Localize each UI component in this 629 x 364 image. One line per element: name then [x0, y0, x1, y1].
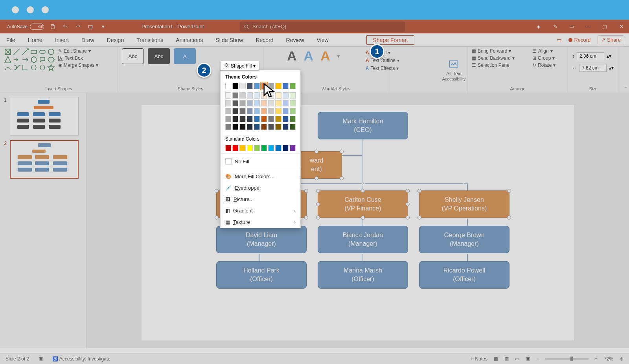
- zoom-in-icon[interactable]: +: [595, 356, 598, 362]
- rotate-handle-icon[interactable]: ↻: [360, 181, 366, 186]
- shape-width-input[interactable]: ↔7,62 cm▴▾: [572, 64, 615, 72]
- tab-design[interactable]: Design: [101, 33, 131, 46]
- theme-shade-swatch[interactable]: [225, 100, 231, 106]
- theme-shade-swatch[interactable]: [290, 124, 296, 130]
- standard-color-swatch[interactable]: [254, 145, 260, 151]
- text-box-button[interactable]: AText Box: [58, 55, 98, 61]
- wordart-thumb-2[interactable]: A: [304, 48, 314, 64]
- reading-view-icon[interactable]: ▭: [515, 356, 519, 362]
- undo-icon[interactable]: [61, 23, 69, 31]
- edit-shape-button[interactable]: ✎Edit Shape ▾: [58, 48, 98, 54]
- shapes-gallery[interactable]: [4, 48, 55, 71]
- record-button[interactable]: Record: [568, 37, 590, 43]
- tab-draw[interactable]: Draw: [75, 33, 101, 46]
- theme-shade-swatch[interactable]: [232, 92, 238, 99]
- theme-shade-swatch[interactable]: [225, 108, 231, 114]
- theme-shade-swatch[interactable]: [254, 108, 260, 114]
- redo-icon[interactable]: [74, 23, 82, 31]
- theme-shade-swatch[interactable]: [261, 124, 267, 130]
- slide-thumb-2[interactable]: 2: [4, 140, 82, 179]
- standard-color-swatch[interactable]: [247, 145, 253, 151]
- org-box-off-3[interactable]: Ricardo Powell(Officer): [419, 261, 509, 289]
- tab-shape-format[interactable]: Shape Format: [366, 35, 415, 45]
- gradient-option[interactable]: ◧Gradient›: [221, 205, 300, 216]
- theme-color-swatch[interactable]: [239, 83, 245, 89]
- theme-shade-swatch[interactable]: [283, 124, 289, 130]
- pen-icon[interactable]: ✎: [551, 23, 559, 31]
- zoom-level[interactable]: 72%: [604, 356, 613, 362]
- outline-view-icon[interactable]: ▣: [39, 356, 43, 362]
- rotate-button[interactable]: ↻Rotate ▾: [532, 62, 568, 68]
- theme-shade-swatch[interactable]: [254, 116, 260, 122]
- theme-shade-swatch[interactable]: [268, 124, 274, 130]
- slideshow-view-icon[interactable]: ▣: [526, 356, 530, 362]
- wordart-thumb-3[interactable]: A: [320, 48, 330, 64]
- merge-shapes-button[interactable]: ◉Merge Shapes ▾: [58, 62, 98, 68]
- picture-option[interactable]: 🖼Picture...: [221, 194, 300, 205]
- theme-shade-swatch[interactable]: [232, 100, 238, 106]
- theme-shade-swatch[interactable]: [247, 116, 253, 122]
- qat-more-icon[interactable]: ▾: [99, 23, 107, 31]
- text-effects-button[interactable]: AText Effects ▾: [366, 66, 399, 71]
- theme-shade-swatch[interactable]: [232, 108, 238, 114]
- group-button[interactable]: ⊞Group ▾: [532, 55, 568, 61]
- theme-shade-swatch[interactable]: [225, 116, 231, 122]
- style-thumb-1[interactable]: Abc: [122, 48, 144, 64]
- org-box-mgr-1[interactable]: David Liam(Manager): [216, 226, 307, 253]
- sorter-view-icon[interactable]: ▤: [504, 356, 509, 362]
- theme-shade-swatch[interactable]: [283, 100, 289, 106]
- more-fill-colors-option[interactable]: 🎨More Fill Colors...: [221, 171, 300, 182]
- wordart-thumb-1[interactable]: A: [287, 48, 297, 64]
- text-outline-button[interactable]: AText Outline ▾: [366, 58, 399, 63]
- zoom-out-icon[interactable]: −: [536, 356, 539, 362]
- shape-height-input[interactable]: ↕2,36 cm▴▾: [572, 52, 615, 60]
- theme-shade-swatch[interactable]: [283, 116, 289, 122]
- theme-shade-swatch[interactable]: [254, 100, 260, 106]
- close-icon[interactable]: ✕: [617, 23, 625, 31]
- theme-shade-swatch[interactable]: [261, 100, 267, 106]
- notes-button[interactable]: ≡ Notes: [471, 356, 487, 362]
- theme-shade-swatch[interactable]: [239, 108, 245, 114]
- theme-shade-swatch[interactable]: [254, 92, 260, 99]
- shape-fill-button[interactable]: Shape Fill ▾: [220, 61, 259, 71]
- standard-color-swatch[interactable]: [290, 145, 296, 151]
- save-icon[interactable]: [49, 23, 57, 31]
- rotate-handle-icon[interactable]: ↻: [462, 181, 467, 186]
- org-box-off-1[interactable]: Holland Park(Officer): [216, 261, 307, 289]
- theme-shade-swatch[interactable]: [283, 108, 289, 114]
- normal-view-icon[interactable]: ▦: [494, 356, 498, 362]
- maximize-icon[interactable]: ▢: [601, 23, 609, 31]
- alt-text-button[interactable]: Alt Text: [446, 59, 462, 77]
- autosave-toggle[interactable]: AutoSave Off: [7, 24, 44, 30]
- tab-record[interactable]: Record: [249, 33, 280, 46]
- theme-shade-swatch[interactable]: [225, 124, 231, 130]
- org-box-ceo[interactable]: Mark Hamilton (CEO): [318, 112, 408, 139]
- search-input[interactable]: Search (Alt+Q): [240, 22, 405, 32]
- style-thumb-2[interactable]: Abc: [148, 48, 170, 64]
- selection-pane-button[interactable]: ☰Selection Pane: [472, 62, 531, 68]
- theme-shade-swatch[interactable]: [239, 124, 245, 130]
- premium-icon[interactable]: ◈: [535, 23, 543, 31]
- theme-shade-swatch[interactable]: [247, 92, 253, 99]
- standard-color-swatch[interactable]: [268, 145, 274, 151]
- comments-icon[interactable]: ▭: [557, 37, 561, 43]
- tab-slide-show[interactable]: Slide Show: [209, 33, 249, 46]
- theme-shade-swatch[interactable]: [275, 108, 281, 114]
- no-fill-option[interactable]: No Fill: [221, 155, 300, 167]
- theme-shade-swatch[interactable]: [290, 108, 296, 114]
- standard-color-swatch[interactable]: [261, 145, 267, 151]
- org-box-vp-finance[interactable]: Carlton Cuse (VP Finance) ↻: [318, 190, 408, 218]
- theme-shade-swatch[interactable]: [225, 92, 231, 99]
- theme-shade-swatch[interactable]: [239, 116, 245, 122]
- from-beginning-icon[interactable]: [86, 23, 94, 31]
- send-backward-button[interactable]: ▦Send Backward ▾: [472, 55, 531, 61]
- theme-color-swatch[interactable]: [247, 83, 253, 89]
- org-box-mgr-3[interactable]: George Brown(Manager): [419, 226, 509, 253]
- theme-shade-swatch[interactable]: [247, 100, 253, 106]
- align-button[interactable]: ☰Align ▾: [532, 48, 568, 54]
- texture-option[interactable]: ▦Texture›: [221, 216, 300, 228]
- tab-file[interactable]: File: [0, 33, 22, 46]
- collapse-ribbon-icon[interactable]: ⌃: [624, 86, 627, 91]
- theme-shade-swatch[interactable]: [247, 108, 253, 114]
- traffic-light-max[interactable]: [42, 6, 49, 13]
